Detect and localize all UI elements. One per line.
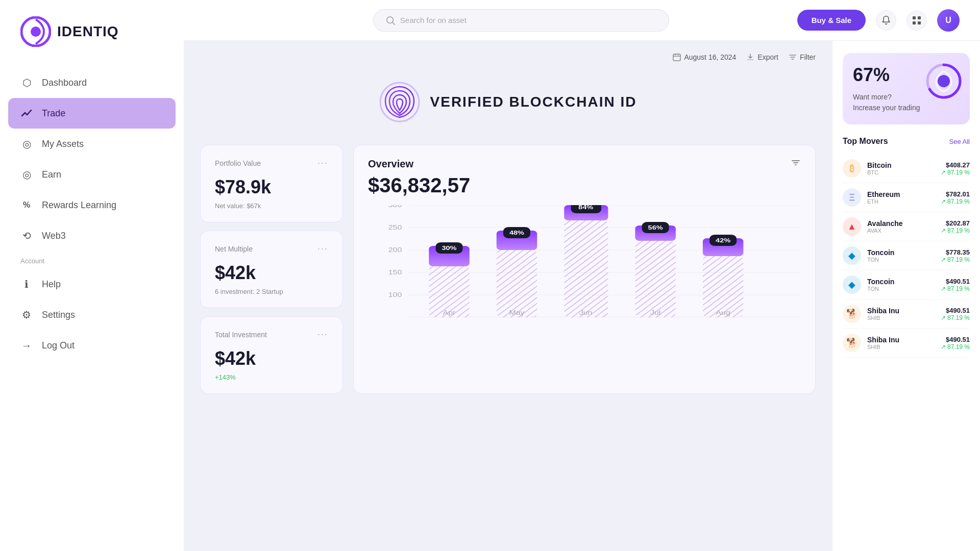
verified-banner: VERIFIED BLOCKCHAIN ID <box>200 71 816 133</box>
mover-change: ↗ 87.19 % <box>941 227 970 234</box>
web3-icon: ⟲ <box>20 230 33 242</box>
mover-icon: ◆ <box>843 246 861 265</box>
verified-text: VERIFIED BLOCKCHAIN ID <box>430 94 637 110</box>
sidebar-item-settings[interactable]: ⚙ Settings <box>0 299 184 330</box>
date-display: August 16, 2024 <box>673 53 736 61</box>
mover-info: Bitcoin BTC <box>867 161 935 176</box>
total-investment-card: Total Investment ··· $42k +143% <box>200 316 343 394</box>
mover-item[interactable]: ▲ Avalanche AVAX $202.87 ↗ 87.19 % <box>843 212 970 241</box>
mover-item[interactable]: ◆ Toncoin TON $490.51 ↗ 87.19 % <box>843 270 970 299</box>
mover-change: ↗ 87.19 % <box>941 169 970 176</box>
my-assets-icon: ◎ <box>20 138 33 150</box>
net-multiple-sub: 6 investment: 2 Startup <box>215 288 328 295</box>
overview-filter-icon[interactable] <box>791 158 801 170</box>
mover-item[interactable]: Ξ Ethereum ETH $782.01 ↗ 87.19 % <box>843 183 970 212</box>
svg-text:56%: 56% <box>648 224 664 231</box>
mover-icon: ▲ <box>843 217 861 236</box>
chart-area: 300 250 200 150 100 <box>368 205 801 317</box>
mover-symbol: TON <box>867 257 935 263</box>
sidebar-item-earn[interactable]: ◎ Earn <box>0 159 184 190</box>
mover-change: ↗ 87.19 % <box>941 343 970 350</box>
sidebar-item-help[interactable]: ℹ Help <box>0 269 184 299</box>
sidebar-item-web3[interactable]: ⟲ Web3 <box>0 220 184 251</box>
header: Search for on asset Buy & Sale U <box>184 0 980 41</box>
sidebar: IDENTIQ ⬡ Dashboard Trade ◎ My Assets ◎ … <box>0 0 184 551</box>
card-label: Net Multiple <box>215 245 253 253</box>
svg-text:84%: 84% <box>578 205 594 211</box>
svg-rect-38 <box>703 256 744 317</box>
grid-button[interactable] <box>906 10 927 31</box>
card-label: Total Investment <box>215 331 267 339</box>
mover-item[interactable]: ₿ Bitcoin BTC $408.27 ↗ 87.19 % <box>843 154 970 183</box>
sidebar-item-logout[interactable]: → Log Out <box>0 330 184 361</box>
logo-icon <box>20 16 51 47</box>
sidebar-item-dashboard[interactable]: ⬡ Dashboard <box>0 67 184 98</box>
mover-item[interactable]: ◆ Toncoin TON $778.35 ↗ 87.19 % <box>843 241 970 270</box>
total-investment-value: $42k <box>215 348 328 369</box>
sidebar-item-my-assets[interactable]: ◎ My Assets <box>0 129 184 159</box>
buy-sale-button[interactable]: Buy & Sale <box>797 10 866 31</box>
main-panel: August 16, 2024 Export Filter <box>184 41 832 551</box>
sidebar-item-label: Log Out <box>42 340 75 351</box>
mover-info: Toncoin TON <box>867 248 935 263</box>
svg-text:Jul: Jul <box>650 309 660 316</box>
portfolio-value: $78.9k <box>215 177 328 198</box>
svg-rect-7 <box>918 21 921 24</box>
progress-logo <box>926 63 962 99</box>
mover-name: Shiba Inu <box>867 336 935 344</box>
calendar-icon <box>673 53 681 61</box>
mover-icon: 🐕 <box>843 305 861 323</box>
sidebar-item-label: My Assets <box>42 139 84 149</box>
overview-title: Overview <box>368 158 413 170</box>
mover-price-block: $490.51 ↗ 87.19 % <box>941 278 970 292</box>
svg-rect-26 <box>497 250 537 317</box>
mover-name: Toncoin <box>867 248 935 257</box>
mover-symbol: SHIB <box>867 315 935 321</box>
dashboard-row: Portfolio Value ··· $78.9k Net value: $6… <box>200 145 816 394</box>
mover-item[interactable]: 🐕 Shiba Inu SHIB $490.51 ↗ 87.19 % <box>843 329 970 358</box>
svg-rect-6 <box>913 21 916 24</box>
mover-price-block: $778.35 ↗ 87.19 % <box>941 248 970 263</box>
grid-icon <box>912 16 921 25</box>
mover-price: $778.35 <box>941 248 970 256</box>
mover-price: $490.51 <box>941 336 970 343</box>
sidebar-item-trade[interactable]: Trade <box>8 98 176 129</box>
card-menu-2[interactable]: ··· <box>317 329 328 340</box>
mover-symbol: AVAX <box>867 228 935 234</box>
mover-name: Bitcoin <box>867 161 935 169</box>
export-label: Export <box>757 53 778 61</box>
search-bar[interactable]: Search for on asset <box>373 9 669 32</box>
svg-rect-34 <box>635 241 676 317</box>
mover-symbol: BTC <box>867 169 935 176</box>
notification-button[interactable] <box>876 10 896 31</box>
filter-button[interactable]: Filter <box>789 53 816 61</box>
search-icon <box>386 16 395 25</box>
svg-text:May: May <box>509 309 525 316</box>
svg-text:Aug: Aug <box>716 309 730 316</box>
user-avatar[interactable]: U <box>937 9 960 32</box>
date-text: August 16, 2024 <box>684 53 736 61</box>
mover-change: ↗ 87.19 % <box>941 314 970 321</box>
filter-label: Filter <box>800 53 816 61</box>
mover-icon: 🐕 <box>843 334 861 352</box>
mover-price: $782.01 <box>941 190 970 198</box>
sidebar-item-rewards-learning[interactable]: % Rewards Learning <box>0 190 184 220</box>
mover-name: Avalanche <box>867 219 935 228</box>
card-menu-1[interactable]: ··· <box>317 243 328 254</box>
top-movers-title: Top Movers <box>843 137 888 146</box>
progress-card: 67% Want more? Increase your trading <box>843 53 970 124</box>
svg-text:42%: 42% <box>716 237 731 244</box>
mover-price: $408.27 <box>941 161 970 169</box>
settings-icon: ⚙ <box>20 309 33 321</box>
export-icon <box>746 53 754 61</box>
main-nav: ⬡ Dashboard Trade ◎ My Assets ◎ Earn % R… <box>0 59 184 551</box>
svg-text:250: 250 <box>388 224 402 231</box>
net-multiple-card: Net Multiple ··· $42k 6 investment: 2 St… <box>200 231 343 308</box>
see-all-button[interactable]: See All <box>949 138 970 145</box>
card-menu-0[interactable]: ··· <box>317 158 328 168</box>
mover-item[interactable]: 🐕 Shiba Inu SHIB $490.51 ↗ 87.19 % <box>843 299 970 329</box>
sidebar-item-label: Web3 <box>42 231 66 241</box>
fingerprint-icon <box>379 82 420 122</box>
export-button[interactable]: Export <box>746 53 778 61</box>
mover-change: ↗ 87.19 % <box>941 256 970 263</box>
